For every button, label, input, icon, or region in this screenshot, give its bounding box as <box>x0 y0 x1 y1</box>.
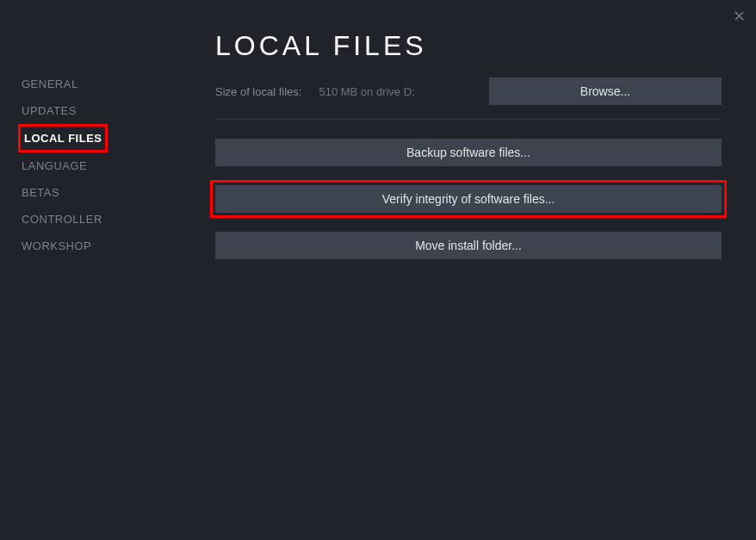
close-icon[interactable]: ✕ <box>731 7 747 26</box>
size-value: 510 MB on drive D: <box>319 85 472 98</box>
main-panel: LOCAL FILES Size of local files: 510 MB … <box>185 0 756 540</box>
sidebar-item-local-files[interactable]: LOCAL FILES <box>18 124 108 152</box>
page-title: LOCAL FILES <box>215 30 722 62</box>
move-folder-button[interactable]: Move install folder... <box>215 232 722 259</box>
sidebar-item-betas[interactable]: BETAS <box>22 179 59 206</box>
browse-button[interactable]: Browse... <box>489 78 722 105</box>
sidebar: GENERAL UPDATES LOCAL FILES LANGUAGE BET… <box>0 0 185 540</box>
sidebar-item-controller[interactable]: CONTROLLER <box>22 206 102 233</box>
sidebar-item-language[interactable]: LANGUAGE <box>22 152 87 179</box>
size-row: Size of local files: 510 MB on drive D: … <box>215 78 722 105</box>
sidebar-item-workshop[interactable]: WORKSHOP <box>22 233 91 259</box>
backup-button[interactable]: Backup software files... <box>215 139 722 166</box>
verify-integrity-button[interactable]: Verify integrity of software files... <box>215 185 722 213</box>
divider <box>215 119 722 120</box>
size-label: Size of local files: <box>215 85 301 98</box>
sidebar-item-updates[interactable]: UPDATES <box>22 97 77 124</box>
properties-container: GENERAL UPDATES LOCAL FILES LANGUAGE BET… <box>0 0 756 540</box>
sidebar-item-general[interactable]: GENERAL <box>22 71 78 97</box>
